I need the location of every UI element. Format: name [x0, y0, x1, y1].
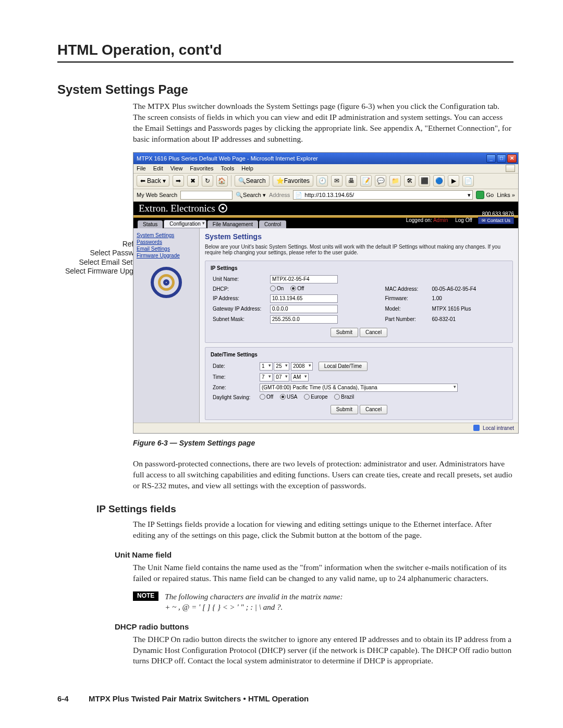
fw-label: Firmware: — [383, 293, 430, 304]
minimize-button[interactable]: _ — [486, 154, 496, 163]
ie-throbber-icon — [506, 165, 515, 172]
unit-name-text: The Unit Name field contains the name us… — [133, 562, 513, 584]
time-hour-select[interactable]: 7 — [260, 373, 273, 381]
tab-configuration[interactable]: Configuration — [164, 220, 206, 228]
myweb-input[interactable] — [180, 191, 232, 200]
tb-icon-4[interactable]: 🔵 — [433, 175, 445, 187]
menu-view[interactable]: View — [170, 165, 183, 171]
tb-icon-6[interactable]: 📄 — [462, 175, 474, 187]
dhcp-on-radio[interactable]: On — [270, 286, 284, 291]
gw-label: Gateway IP Address: — [211, 304, 268, 314]
menu-edit[interactable]: Edit — [153, 165, 163, 171]
sidebar-item-passwords[interactable]: Passwords — [137, 239, 196, 245]
favorites-button[interactable]: ⭐ Favorites — [273, 175, 313, 187]
ds-eu-label: Europe — [311, 394, 327, 400]
maximize-button[interactable]: □ — [497, 154, 506, 163]
figure-caption: Figure 6-3 — System Settings page — [133, 439, 513, 447]
tb-icon-2[interactable]: 🛠 — [404, 175, 415, 187]
ip-settings-title: IP Settings — [211, 265, 507, 271]
ds-off-radio[interactable]: Off — [260, 394, 273, 400]
logged-on-user: Admin — [433, 217, 448, 223]
zone-icon — [473, 425, 480, 431]
dt-cancel-button[interactable]: Cancel — [360, 405, 387, 414]
myweb-label: My Web Search — [137, 192, 177, 198]
go-label: Go — [486, 192, 494, 198]
tab-control[interactable]: Control — [259, 220, 286, 228]
unit-name-field[interactable]: MTPX-02-95-F4 — [270, 275, 338, 283]
ds-usa-label: USA — [287, 394, 298, 400]
part-value: 60-832-01 — [430, 314, 507, 325]
sidebar-item-system[interactable]: System Settings — [137, 232, 196, 238]
tab-file-management[interactable]: File Management — [207, 220, 258, 228]
menubar: File Edit View Favorites Tools Help — [133, 164, 518, 174]
tb-icon-1[interactable]: 📁 — [389, 175, 401, 187]
tab-status[interactable]: Status — [138, 220, 163, 228]
forward-button[interactable]: ➡ — [173, 175, 184, 187]
zone-select[interactable]: (GMT-08:00) Pacific Time (US & Canada), … — [260, 384, 458, 392]
dt-submit-button[interactable]: Submit — [331, 405, 358, 414]
dhcp-label: DHCP: — [211, 285, 268, 293]
back-button[interactable]: ⬅ Back ▾ — [137, 175, 169, 187]
ds-usa-radio[interactable]: USA — [280, 394, 298, 400]
ie-page-icon: 📄 — [295, 192, 302, 199]
footer-title: MTPX Plus Twisted Pair Matrix Switchers … — [89, 694, 309, 703]
status-zone: Local intranet — [483, 425, 514, 431]
section-dhcp: DHCP radio buttons — [115, 622, 513, 631]
go-button[interactable]: Go — [476, 191, 494, 199]
stop-button[interactable]: ✖ — [187, 175, 199, 187]
page-number: 6-4 — [57, 694, 78, 703]
gw-field[interactable]: 0.0.0.0 — [270, 305, 338, 313]
menu-tools[interactable]: Tools — [221, 165, 235, 171]
mail-button[interactable]: ✉ — [331, 175, 342, 187]
sidebar-item-firmware[interactable]: Firmware Upgrade — [137, 253, 196, 258]
search-button[interactable]: 🔍 Search — [235, 175, 270, 187]
date-month-select[interactable]: 1 — [260, 362, 273, 371]
contact-us-button[interactable]: ✉ Contact Us — [478, 217, 514, 224]
menu-file[interactable]: File — [137, 165, 146, 171]
date-label: Date: — [211, 361, 258, 372]
dhcp-off-radio[interactable]: Off — [290, 286, 304, 291]
local-datetime-button[interactable]: Local Date/Time — [319, 362, 368, 371]
protection-text: On password-protected connections, there… — [133, 459, 513, 491]
date-year-select[interactable]: 2008 — [291, 362, 312, 371]
logoff-link[interactable]: Log Off — [455, 217, 472, 223]
radio-icon — [280, 394, 286, 400]
radio-icon — [304, 394, 310, 400]
ip-field[interactable]: 10.13.194.65 — [270, 294, 338, 303]
url-input[interactable]: 📄 http://10.13.194.65/ ▾ — [293, 190, 473, 200]
tb-icon-3[interactable]: ⬛ — [419, 175, 430, 187]
sidebar-item-email[interactable]: Email Settings — [137, 246, 196, 252]
ds-br-label: Brazil — [341, 394, 354, 400]
discuss-button[interactable]: 💬 — [375, 175, 386, 187]
ip-cancel-button[interactable]: Cancel — [360, 328, 387, 337]
addressbar: My Web Search 🔍Search ▾ Address 📄 http:/… — [133, 189, 518, 202]
menu-help[interactable]: Help — [241, 165, 253, 171]
menu-favorites[interactable]: Favorites — [190, 165, 213, 171]
time-label: Time: — [211, 372, 258, 382]
refresh-button[interactable]: ↻ — [202, 175, 213, 187]
model-label: Model: — [383, 304, 430, 314]
brand-logo-icon — [218, 204, 227, 213]
ip-submit-button[interactable]: Submit — [331, 328, 358, 337]
edit-button[interactable]: 📝 — [360, 175, 372, 187]
home-button[interactable]: 🏠 — [216, 175, 228, 187]
date-day-select[interactable]: 25 — [274, 362, 289, 371]
datetime-title: Date/Time Settings — [211, 352, 507, 357]
radio-icon — [334, 394, 340, 400]
zone-label: Zone: — [211, 382, 258, 393]
close-button[interactable]: ✕ — [507, 154, 517, 163]
tb-icon-5[interactable]: ▶ — [448, 175, 459, 187]
links-label[interactable]: Links » — [497, 192, 515, 198]
subnet-field[interactable]: 255.255.0.0 — [270, 315, 338, 324]
print-button[interactable]: 🖶 — [346, 175, 357, 187]
ip-settings-panel: IP Settings Unit Name: MTPX-02-95-F4 DHC… — [205, 261, 513, 343]
part-label: Part Number: — [383, 314, 430, 325]
ds-eu-radio[interactable]: Europe — [304, 394, 327, 400]
history-button[interactable]: 🕘 — [316, 175, 328, 187]
myweb-search-button[interactable]: 🔍Search ▾ — [236, 192, 266, 199]
time-min-select[interactable]: 07 — [274, 373, 289, 381]
section-unit-name: Unit Name field — [115, 550, 513, 559]
time-ampm-select[interactable]: AM — [291, 373, 309, 381]
sidebar-logo-icon — [151, 267, 182, 298]
ds-br-radio[interactable]: Brazil — [334, 394, 354, 400]
